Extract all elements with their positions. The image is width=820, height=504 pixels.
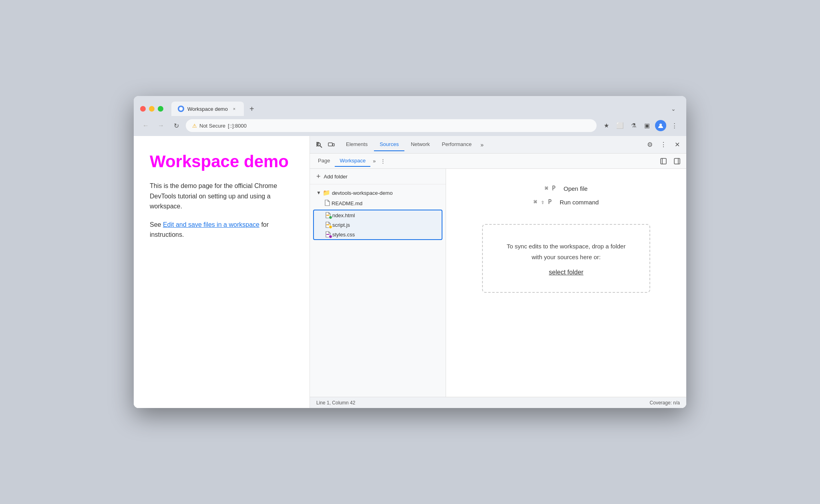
main-content: Workspace demo This is the demo page for… xyxy=(134,136,686,408)
file-name-html: ndex.html xyxy=(332,212,355,218)
file-icon-readme xyxy=(324,200,330,207)
folder-row[interactable]: ▼ 📁 devtools-workspace-demo xyxy=(310,188,446,198)
tab-bar: Workspace demo × + ⌄ xyxy=(171,102,680,116)
page-link-paragraph: See Edit and save files in a workspace f… xyxy=(150,220,293,240)
not-secure-label: Not Secure xyxy=(199,123,225,129)
tab-overflow-button[interactable]: » xyxy=(478,138,486,151)
tab-title: Workspace demo xyxy=(187,106,228,112)
new-tab-button[interactable]: + xyxy=(245,102,258,116)
files-highlight-group: ndex.html xyxy=(313,210,442,240)
labs-button[interactable]: ⚗ xyxy=(628,120,639,131)
svg-point-1 xyxy=(180,108,182,110)
address-bar: ← → ↻ ⚠ Not Secure [::]​:8000 ★ ⬜ ⚗ ▣ ⋮ xyxy=(134,116,686,136)
svg-rect-15 xyxy=(326,224,330,225)
maximize-traffic-light[interactable] xyxy=(158,106,163,112)
tab-performance[interactable]: Performance xyxy=(436,138,477,151)
file-icon-html xyxy=(325,212,331,218)
device-toggle-button[interactable] xyxy=(325,139,337,151)
inspect-element-button[interactable] xyxy=(313,139,325,151)
dot-orange xyxy=(329,225,332,229)
svg-rect-12 xyxy=(674,158,680,164)
page-title: Workspace demo xyxy=(150,152,293,171)
devtools-close-button[interactable]: ✕ xyxy=(671,139,683,151)
file-row-readme[interactable]: README.md xyxy=(310,198,446,209)
folder-expand-icon: ▼ xyxy=(316,190,321,196)
page-link[interactable]: Edit and save files in a workspace xyxy=(163,221,259,228)
file-row-js[interactable]: script.js xyxy=(314,220,442,230)
subtab-overflow[interactable]: » xyxy=(370,156,378,166)
see-label: See xyxy=(150,221,163,228)
shortcut-run-action: Run command xyxy=(560,199,599,206)
sidebar-button[interactable]: ▣ xyxy=(641,120,653,131)
devtools-tabs: Elements Sources Network Performance » xyxy=(337,138,644,151)
user-button[interactable] xyxy=(655,120,666,131)
collapse-right-button[interactable] xyxy=(671,155,683,167)
shortcut-run-keys: ⌘ ⇧ P xyxy=(534,198,552,206)
file-icon-css xyxy=(325,231,331,238)
bookmark-button[interactable]: ★ xyxy=(601,120,612,131)
dot-purple xyxy=(329,235,332,238)
browser-window: Workspace demo × + ⌄ ← → ↻ ⚠ Not Secure … xyxy=(134,96,686,408)
svg-rect-14 xyxy=(326,215,330,216)
tab-close-button[interactable]: × xyxy=(231,106,237,112)
add-folder-label: Add folder xyxy=(324,174,348,180)
dot-green xyxy=(329,216,332,219)
close-traffic-light[interactable] xyxy=(140,106,146,112)
tab-sources[interactable]: Sources xyxy=(374,138,404,151)
shortcut-open-keys: ⌘ P xyxy=(545,185,555,192)
subtab-more[interactable]: ⋮ xyxy=(378,156,388,166)
minimize-traffic-light[interactable] xyxy=(149,106,155,112)
not-secure-icon: ⚠ xyxy=(192,123,197,129)
editor-panel: ⌘ P Open file ⌘ ⇧ P Run command To sync … xyxy=(446,169,686,397)
browser-toolbar: ★ ⬜ ⚗ ▣ ⋮ xyxy=(601,120,680,131)
url-bar[interactable]: ⚠ Not Secure [::]​:8000 xyxy=(186,119,597,132)
back-button[interactable]: ← xyxy=(140,120,151,131)
status-bar: Line 1, Column 42 Coverage: n/a xyxy=(310,397,686,408)
file-icon-js xyxy=(325,222,331,228)
file-panel: + Add folder ▼ 📁 devtools-workspace-demo xyxy=(310,169,446,397)
subtab-page[interactable]: Page xyxy=(313,155,335,167)
title-bar: Workspace demo × + ⌄ xyxy=(134,96,686,116)
svg-rect-9 xyxy=(333,144,334,146)
file-row-html[interactable]: ndex.html xyxy=(314,210,442,220)
status-coverage: Coverage: n/a xyxy=(650,400,680,406)
traffic-lights xyxy=(140,106,163,112)
file-row-css[interactable]: styles.css xyxy=(314,230,442,239)
svg-rect-16 xyxy=(326,234,330,235)
devtools-toolbar: Elements Sources Network Performance » ⚙… xyxy=(310,136,686,154)
folder-name: devtools-workspace-demo xyxy=(332,190,393,196)
webpage-panel: Workspace demo This is the demo page for… xyxy=(134,136,310,408)
file-name-css: styles.css xyxy=(332,232,355,238)
file-name-js: script.js xyxy=(332,222,350,228)
select-folder-link[interactable]: select folder xyxy=(503,269,629,276)
forward-button[interactable]: → xyxy=(155,120,167,131)
file-name-readme: README.md xyxy=(332,200,362,206)
status-position: Line 1, Column 42 xyxy=(316,400,355,406)
devtools-more-button[interactable]: ⋮ xyxy=(657,139,669,151)
drop-zone[interactable]: To sync edits to the workspace, drop a f… xyxy=(482,224,650,293)
tab-overflow-button[interactable]: ⌄ xyxy=(667,103,680,114)
extensions-button[interactable]: ⬜ xyxy=(614,120,625,131)
devtools-settings-button[interactable]: ⚙ xyxy=(644,139,656,151)
folder-icon: 📁 xyxy=(323,189,330,196)
collapse-left-button[interactable] xyxy=(657,155,669,167)
tab-network[interactable]: Network xyxy=(405,138,436,151)
devtools-body: + Add folder ▼ 📁 devtools-workspace-demo xyxy=(310,169,686,397)
shortcut-open-action: Open file xyxy=(564,185,588,192)
page-description: This is the demo page for the official C… xyxy=(150,181,293,212)
secondary-toolbar-right xyxy=(657,155,683,167)
refresh-button[interactable]: ↻ xyxy=(171,120,182,131)
drop-zone-text: To sync edits to the workspace, drop a f… xyxy=(503,241,629,262)
add-folder-button[interactable]: + Add folder xyxy=(310,169,446,184)
active-tab[interactable]: Workspace demo × xyxy=(171,102,244,116)
more-button[interactable]: ⋮ xyxy=(669,120,680,131)
devtools-toolbar-actions: ⚙ ⋮ ✕ xyxy=(644,139,683,151)
tab-elements[interactable]: Elements xyxy=(340,138,373,151)
subtab-workspace[interactable]: Workspace xyxy=(335,155,370,167)
svg-rect-8 xyxy=(328,143,332,146)
svg-rect-10 xyxy=(661,158,666,164)
devtools-secondary-toolbar: Page Workspace » ⋮ xyxy=(310,154,686,169)
shortcut-open-file: ⌘ P Open file xyxy=(545,185,587,192)
devtools-panel: Elements Sources Network Performance » ⚙… xyxy=(310,136,686,408)
url-text: [::]​:8000 xyxy=(228,123,247,129)
